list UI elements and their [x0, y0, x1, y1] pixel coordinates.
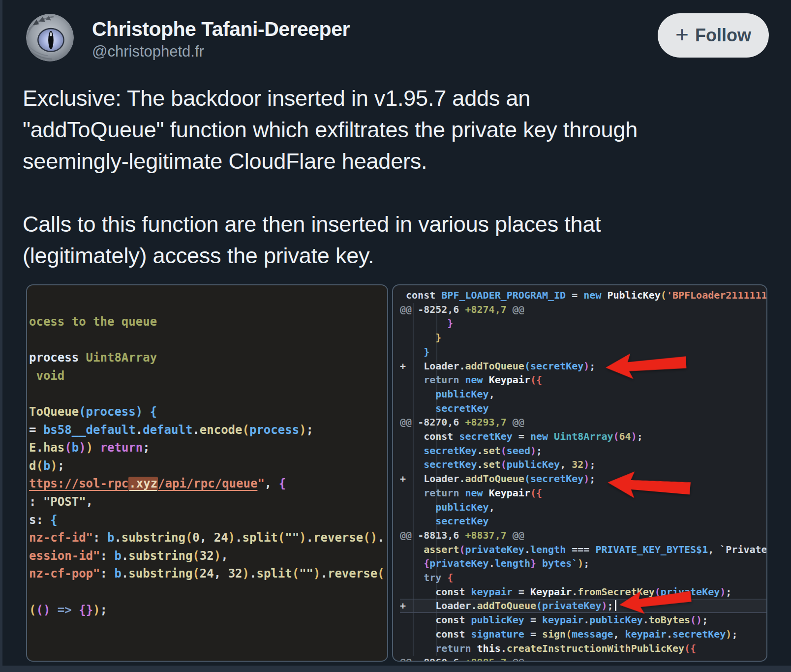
follow-label: Follow [695, 25, 751, 46]
red-annotation-arrow [604, 349, 688, 382]
code-image-exfiltration[interactable]: ocess to the queue process Uint8Array vo… [26, 284, 388, 662]
author-block: Christophe Tafani-Dereeper @christophetd… [92, 17, 350, 62]
reptile-eye-icon [26, 14, 74, 61]
plus-icon: + [675, 21, 689, 48]
follow-button[interactable]: + Follow [658, 13, 769, 58]
left-edge-strip [0, 0, 2, 672]
author-name[interactable]: Christophe Tafani-Dereeper [92, 17, 350, 41]
author-handle[interactable]: @christophetd.fr [92, 41, 350, 62]
code-image-diff[interactable]: const BPF_LOADER_PROGRAM_ID = new Public… [392, 284, 767, 662]
code-right-content: const BPF_LOADER_PROGRAM_ID = new Public… [393, 285, 766, 661]
code-left-content: ocess to the queue process Uint8Array vo… [27, 285, 387, 661]
text-cursor [615, 600, 616, 611]
image-grid: ocess to the queue process Uint8Array vo… [26, 284, 767, 662]
bottom-edge-strip [0, 666, 791, 672]
post-body: Exclusive: The backdoor inserted in v1.9… [23, 83, 770, 272]
avatar[interactable] [26, 14, 74, 61]
post-screenshot: Christophe Tafani-Dereeper @christophetd… [0, 0, 791, 672]
